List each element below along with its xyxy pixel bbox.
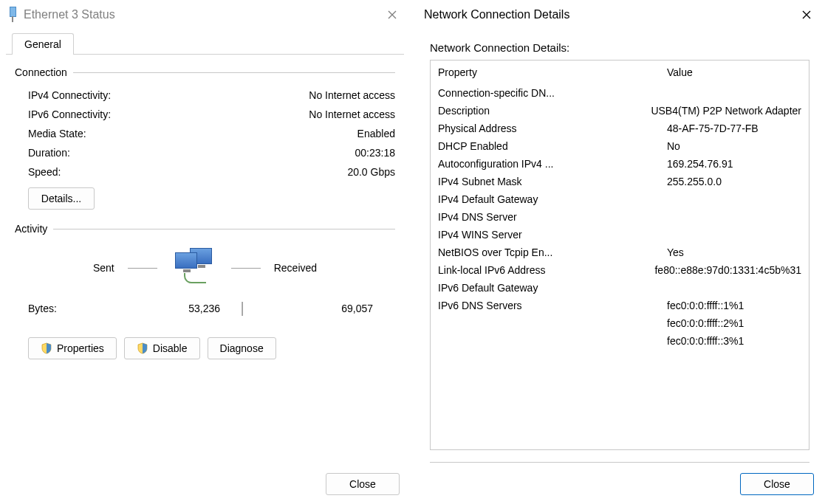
details-property: NetBIOS over Tcpip En... xyxy=(438,246,667,258)
details-row[interactable]: fec0:0:0:ffff::2%1 xyxy=(438,314,801,332)
details-columns: Property Value xyxy=(431,61,809,84)
details-title: Network Connection Details xyxy=(421,8,796,21)
bytes-label: Bytes: xyxy=(28,303,131,314)
speed-row: Speed: 20.0 Gbps xyxy=(15,162,395,182)
details-row[interactable]: Connection-specific DN... xyxy=(438,84,801,102)
status-close-button[interactable] xyxy=(382,4,403,25)
details-titlebar: Network Connection Details xyxy=(415,0,824,30)
col-value: Value xyxy=(667,66,801,78)
details-value: fec0:0:0:ffff::1%1 xyxy=(667,300,801,311)
received-label: Received xyxy=(274,262,317,274)
bytes-received: 69,057 xyxy=(264,303,395,314)
details-row[interactable]: IPv4 WINS Server xyxy=(438,226,801,244)
sent-label: Sent xyxy=(93,262,114,274)
ethernet-status-dialog: Ethernet 3 Status General Connection IPv… xyxy=(0,0,410,504)
details-row[interactable]: IPv4 Subnet Mask255.255.0.0 xyxy=(438,173,801,190)
disable-button-label: Disable xyxy=(153,342,188,354)
shield-icon xyxy=(137,342,148,354)
details-property: IPv4 WINS Server xyxy=(438,229,667,241)
details-button[interactable]: Details... xyxy=(28,187,95,210)
details-property: DHCP Enabled xyxy=(438,140,667,152)
media-label: Media State: xyxy=(28,128,277,139)
details-row[interactable]: IPv4 DNS Server xyxy=(438,208,801,226)
activity-header: Activity xyxy=(15,223,53,235)
details-property: IPv6 DNS Servers xyxy=(438,300,667,311)
divider xyxy=(53,229,395,229)
ipv4-row: IPv4 Connectivity: No Internet access xyxy=(15,86,395,105)
status-close-button-bottom[interactable]: Close xyxy=(326,473,400,495)
details-value: fec0:0:0:ffff::2%1 xyxy=(667,317,801,329)
properties-button[interactable]: Properties xyxy=(28,337,117,359)
status-title: Ethernet 3 Status xyxy=(19,8,382,21)
col-property: Property xyxy=(438,66,667,78)
details-row[interactable]: Physical Address48-AF-75-7D-77-FB xyxy=(438,120,801,137)
properties-button-label: Properties xyxy=(57,342,104,354)
ipv6-value: No Internet access xyxy=(277,108,395,120)
details-property: IPv4 DNS Server xyxy=(438,211,667,223)
network-computers-icon xyxy=(171,248,218,288)
bytes-sent: 53,236 xyxy=(131,303,220,314)
details-property: Physical Address xyxy=(438,122,667,134)
details-subtitle: Network Connection Details: xyxy=(415,30,824,60)
activity-illustration: Sent Received xyxy=(15,242,395,292)
details-value: fe80::e88e:97d0:1331:4c5b%31 xyxy=(654,264,801,276)
ipv6-label: IPv6 Connectivity: xyxy=(28,108,277,120)
details-value: fec0:0:0:ffff::3%1 xyxy=(667,335,801,347)
bytes-row: Bytes: 53,236 | 69,057 xyxy=(15,292,395,317)
details-value xyxy=(667,87,801,99)
details-value xyxy=(667,211,801,223)
details-value xyxy=(667,229,801,241)
details-value: Yes xyxy=(667,246,801,258)
details-property: IPv4 Subnet Mask xyxy=(438,176,667,187)
details-row[interactable]: IPv6 DNS Serversfec0:0:0:ffff::1%1 xyxy=(438,297,801,314)
activity-actions: Properties Disable Diagnose xyxy=(15,317,395,359)
details-row[interactable]: Link-local IPv6 Addressfe80::e88e:97d0:1… xyxy=(438,261,801,279)
connection-group: Connection IPv4 Connectivity: No Interne… xyxy=(15,66,395,210)
divider: | xyxy=(220,300,264,317)
connection-details-dialog: Network Connection Details Network Conne… xyxy=(415,0,824,504)
details-property: Autoconfiguration IPv4 ... xyxy=(438,158,667,170)
details-property xyxy=(438,335,667,347)
details-property: Connection-specific DN... xyxy=(438,87,667,99)
details-property: Link-local IPv6 Address xyxy=(438,264,654,276)
details-rows: Connection-specific DN...DescriptionUSB4… xyxy=(431,84,809,357)
connection-header: Connection xyxy=(15,66,73,78)
disable-button[interactable]: Disable xyxy=(124,337,200,359)
status-titlebar: Ethernet 3 Status xyxy=(0,0,410,30)
details-row[interactable]: NetBIOS over Tcpip En...Yes xyxy=(438,244,801,261)
details-row[interactable]: Autoconfiguration IPv4 ...169.254.76.91 xyxy=(438,155,801,173)
media-value: Enabled xyxy=(277,128,395,139)
details-property: IPv6 Default Gateway xyxy=(438,282,667,294)
details-property: IPv4 Default Gateway xyxy=(438,193,667,205)
details-value: 169.254.76.91 xyxy=(667,158,801,170)
details-row[interactable]: fec0:0:0:ffff::3%1 xyxy=(438,332,801,350)
details-value: 48-AF-75-7D-77-FB xyxy=(667,122,801,134)
status-body: Connection IPv4 Connectivity: No Interne… xyxy=(0,55,410,466)
media-row: Media State: Enabled xyxy=(15,124,395,143)
divider xyxy=(73,72,395,73)
details-close-button[interactable] xyxy=(796,4,817,25)
details-row[interactable]: IPv6 Default Gateway xyxy=(438,279,801,297)
details-property: Description xyxy=(438,105,651,117)
details-list: Property Value Connection-specific DN...… xyxy=(430,60,809,450)
duration-label: Duration: xyxy=(28,147,277,159)
details-value xyxy=(667,193,801,205)
ipv4-label: IPv4 Connectivity: xyxy=(28,89,277,101)
shield-icon xyxy=(41,342,52,354)
ipv6-row: IPv6 Connectivity: No Internet access xyxy=(15,105,395,124)
duration-value: 00:23:18 xyxy=(277,147,395,159)
divider xyxy=(128,268,157,269)
tab-general[interactable]: General xyxy=(12,33,74,55)
details-footer: Close xyxy=(415,463,824,504)
details-value: No xyxy=(667,140,801,152)
ethernet-icon xyxy=(6,7,19,23)
speed-value: 20.0 Gbps xyxy=(277,166,395,178)
details-row[interactable]: IPv4 Default Gateway xyxy=(438,190,801,208)
details-close-button-bottom[interactable]: Close xyxy=(740,473,814,495)
details-row[interactable]: DescriptionUSB4(TM) P2P Network Adapter xyxy=(438,102,801,120)
details-value: USB4(TM) P2P Network Adapter xyxy=(651,105,801,117)
status-tabs: General xyxy=(6,32,404,55)
speed-label: Speed: xyxy=(28,166,277,178)
details-row[interactable]: DHCP EnabledNo xyxy=(438,137,801,155)
diagnose-button[interactable]: Diagnose xyxy=(208,337,276,359)
